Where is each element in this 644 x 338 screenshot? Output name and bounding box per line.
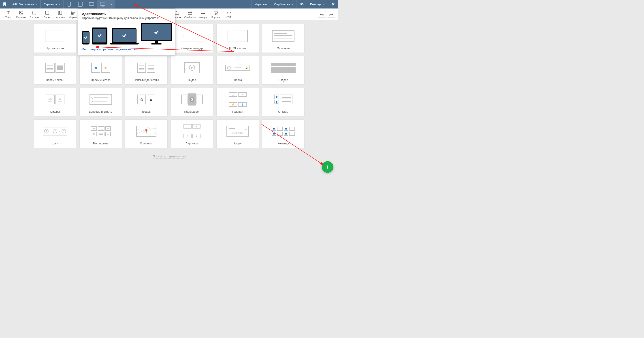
svg-rect-35 [188, 11, 192, 12]
svg-rect-2 [5, 2, 6, 6]
section-card-empty[interactable]: Пустая секция [34, 24, 76, 53]
svg-rect-33 [175, 12, 179, 14]
tool-text[interactable]: Текст [2, 9, 15, 20]
section-thumb: 📍 [127, 122, 166, 141]
show-old-sections-link[interactable]: Показать старые секции [18, 154, 320, 158]
redo-button[interactable] [327, 11, 335, 18]
section-thumb: 👥🏆 [81, 58, 120, 77]
svg-rect-17 [58, 11, 60, 14]
popover-tablet[interactable] [92, 27, 108, 44]
section-card-pricing[interactable]: $Таблица цен [171, 88, 213, 116]
section-card-desc[interactable]: Описание [262, 24, 304, 53]
section-thumb [172, 58, 212, 77]
tool-blocks[interactable]: Блоки [41, 9, 54, 20]
svg-rect-16 [46, 11, 49, 14]
section-thumb: ☁≈⚡💧 [218, 90, 257, 109]
device-tablet-button[interactable] [75, 0, 86, 8]
section-thumb: QA [81, 90, 120, 109]
tool-label: Блоки [44, 16, 50, 18]
html-icon [226, 10, 231, 15]
tool-html[interactable]: HTML [222, 9, 236, 20]
preview-button[interactable] [296, 0, 307, 8]
section-card-gallery[interactable]: ☁≈⚡💧Галерея [216, 88, 259, 116]
section-card-video[interactable]: Видео [171, 56, 213, 84]
logo[interactable] [0, 0, 9, 8]
section-label: Вопросы и ответы [89, 110, 112, 113]
popover-help-link[interactable]: Инструкция по работе с адаптивностью [82, 48, 138, 51]
svg-rect-22 [72, 13, 74, 14]
tool-label: Спойлеры [184, 16, 196, 18]
svg-rect-4 [78, 2, 82, 6]
section-card-footer[interactable]: Подвал [262, 56, 304, 84]
section-label: Цифры [50, 110, 60, 113]
section-card-team[interactable]: 👤👤👤👤Команда [262, 119, 304, 148]
section-card-partners[interactable]: ⊞P⊗Партнеры [171, 119, 213, 148]
section-card-cta2[interactable]: Призыв к действию [125, 56, 168, 84]
info-icon: i [327, 164, 328, 170]
close-icon [332, 3, 335, 6]
popover-laptop[interactable] [110, 28, 139, 44]
section-card-firstscreen[interactable]: Первый экран [34, 56, 76, 84]
section-card-steps[interactable]: 1›2›3Шаги [34, 119, 76, 148]
page-dropdown[interactable]: Страница [40, 0, 64, 8]
tool-cart[interactable]: Корзина [210, 9, 222, 20]
columns-icon [58, 10, 63, 15]
tool-spoilers[interactable]: Спойлеры [184, 9, 196, 20]
section-card-header[interactable]: 🔒Шапка [216, 56, 259, 84]
section-card-qa[interactable]: QAВопросы и ответы [80, 88, 122, 116]
ab-label: A/B: Отключено [12, 3, 34, 6]
tool-columns[interactable]: Колонки [54, 9, 67, 20]
section-card-htmlsec[interactable]: HTML секция [216, 24, 259, 53]
section-label: Таблица цен [184, 110, 200, 113]
ab-toggle-button[interactable]: A/B: Отключено [9, 0, 40, 8]
section-thumb: 1›2›3 [35, 122, 75, 141]
section-thumb: 🎧📷 [127, 90, 166, 109]
undo-button[interactable] [318, 11, 326, 18]
device-phone-button[interactable] [64, 0, 75, 8]
section-label: Видео [188, 78, 196, 82]
section-card-slider[interactable]: ‹›Секция-слайдер [171, 24, 213, 53]
tool-hovers[interactable]: Ховеры [196, 9, 210, 20]
section-thumb: ⊞P⊗ [172, 122, 212, 141]
help-dropdown[interactable]: Помощь [307, 0, 328, 8]
section-card-numbers[interactable]: 5%28Цифры [34, 88, 76, 116]
section-label: Команда [278, 142, 289, 145]
caret-icon [323, 4, 325, 5]
tool-images[interactable]: Картинки [15, 9, 28, 20]
device-desktop-button[interactable] [97, 0, 108, 8]
svg-rect-5 [89, 2, 94, 5]
svg-rect-20 [72, 11, 75, 12]
svg-rect-18 [60, 11, 61, 14]
section-card-reviews[interactable]: 👤👤Отзывы [262, 88, 304, 116]
tool-forms[interactable]: Формы [67, 9, 80, 20]
device-laptop-button[interactable] [86, 0, 97, 8]
popover-desktop[interactable] [141, 23, 172, 44]
device-switcher [64, 0, 114, 8]
forms-icon [71, 10, 76, 15]
close-button[interactable] [328, 0, 338, 8]
svg-rect-7 [100, 2, 105, 5]
section-card-schedule[interactable]: 06▭08▭Расписание [80, 119, 122, 148]
section-card-advantages[interactable]: 👥🏆Преимущества [80, 56, 122, 84]
page-label: Страница [44, 3, 57, 6]
help-fab[interactable]: i [322, 161, 334, 173]
section-card-contacts[interactable]: 📍Контакты [125, 119, 168, 148]
section-card-promo[interactable]: %01:08:35Акция [216, 119, 259, 148]
section-card-products[interactable]: 🎧📷Товары [125, 88, 168, 116]
tool-label: Ховеры [199, 16, 207, 18]
tool-label: Текст [5, 16, 11, 18]
popover-devices [82, 22, 172, 47]
section-label: Секция-слайдер [181, 47, 202, 50]
section-label: Расписание [93, 142, 108, 145]
section-thumb: 👤👤👤👤 [264, 122, 303, 141]
device-dropdown-button[interactable] [108, 0, 114, 8]
draft-status[interactable]: Черновик [251, 0, 270, 8]
publish-button[interactable]: Опубликовать [271, 0, 296, 8]
tool-padding[interactable]: Отступы [28, 9, 41, 20]
section-label: Отзывы [278, 110, 288, 113]
caret-icon [58, 4, 60, 5]
section-thumb: 5%28 [35, 90, 75, 109]
section-thumb [127, 58, 166, 77]
section-thumb [35, 58, 75, 77]
popover-phone[interactable] [82, 31, 90, 44]
